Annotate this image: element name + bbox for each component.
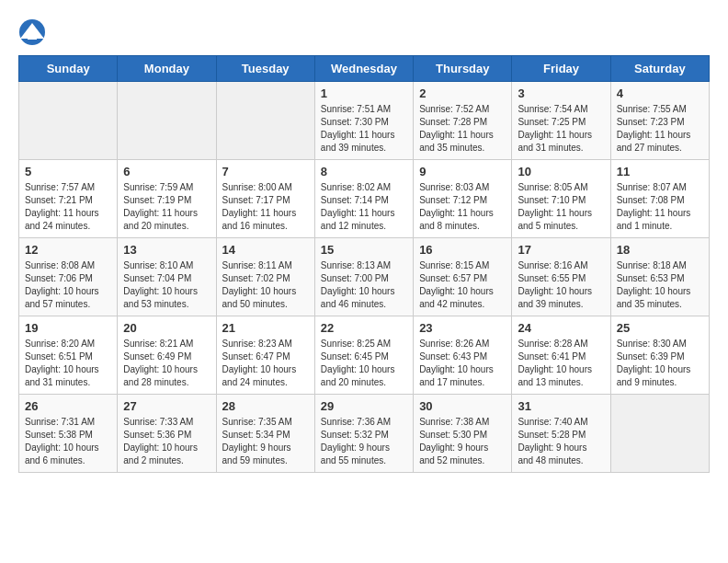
day-info: Sunrise: 7:51 AM Sunset: 7:30 PM Dayligh…: [321, 103, 407, 155]
day-number: 26: [25, 399, 111, 413]
day-info: Sunrise: 7:54 AM Sunset: 7:25 PM Dayligh…: [518, 103, 604, 155]
day-info: Sunrise: 8:26 AM Sunset: 6:43 PM Dayligh…: [419, 338, 506, 389]
day-info: Sunrise: 7:59 AM Sunset: 7:19 PM Dayligh…: [123, 181, 210, 233]
day-info: Sunrise: 8:21 AM Sunset: 6:49 PM Dayligh…: [123, 338, 210, 389]
calendar-cell: 12Sunrise: 8:08 AM Sunset: 7:06 PM Dayli…: [19, 238, 118, 316]
calendar-cell: 31Sunrise: 7:40 AM Sunset: 5:28 PM Dayli…: [512, 395, 610, 473]
calendar-cell: 28Sunrise: 7:35 AM Sunset: 5:34 PM Dayli…: [216, 395, 314, 473]
day-info: Sunrise: 8:23 AM Sunset: 6:47 PM Dayligh…: [222, 338, 309, 389]
calendar-cell: 9Sunrise: 8:03 AM Sunset: 7:12 PM Daylig…: [414, 160, 512, 238]
day-info: Sunrise: 8:20 AM Sunset: 6:51 PM Dayligh…: [25, 338, 111, 389]
day-info: Sunrise: 7:57 AM Sunset: 7:21 PM Dayligh…: [25, 181, 111, 233]
calendar-cell: [118, 82, 216, 160]
calendar-cell: 11Sunrise: 8:07 AM Sunset: 7:08 PM Dayli…: [610, 160, 709, 238]
day-number: 15: [321, 243, 407, 257]
day-number: 9: [419, 165, 506, 178]
calendar-header-wednesday: Wednesday: [314, 56, 413, 82]
logo-icon: [18, 18, 46, 46]
day-number: 21: [222, 321, 309, 335]
calendar-cell: 21Sunrise: 8:23 AM Sunset: 6:47 PM Dayli…: [216, 316, 314, 395]
page-header: [18, 18, 710, 46]
calendar-cell: 24Sunrise: 8:28 AM Sunset: 6:41 PM Dayli…: [512, 316, 610, 395]
calendar-cell: 25Sunrise: 8:30 AM Sunset: 6:39 PM Dayli…: [610, 316, 709, 395]
calendar-week-row: 12Sunrise: 8:08 AM Sunset: 7:06 PM Dayli…: [19, 238, 710, 316]
day-number: 16: [419, 243, 506, 257]
calendar-cell: 16Sunrise: 8:15 AM Sunset: 6:57 PM Dayli…: [414, 238, 512, 316]
calendar-header-friday: Friday: [512, 56, 610, 82]
calendar-cell: [19, 82, 118, 160]
day-number: 30: [419, 399, 506, 413]
calendar-cell: 10Sunrise: 8:05 AM Sunset: 7:10 PM Dayli…: [512, 160, 610, 238]
day-number: 13: [123, 243, 210, 257]
day-number: 17: [518, 243, 604, 257]
svg-rect-2: [28, 32, 37, 40]
day-info: Sunrise: 7:33 AM Sunset: 5:36 PM Dayligh…: [123, 416, 210, 467]
calendar-header-thursday: Thursday: [414, 56, 512, 82]
day-number: 14: [222, 243, 309, 257]
day-number: 11: [617, 165, 703, 178]
day-number: 4: [617, 86, 703, 100]
day-info: Sunrise: 7:35 AM Sunset: 5:34 PM Dayligh…: [222, 416, 309, 467]
day-info: Sunrise: 8:03 AM Sunset: 7:12 PM Dayligh…: [419, 181, 506, 233]
calendar-cell: 2Sunrise: 7:52 AM Sunset: 7:28 PM Daylig…: [414, 82, 512, 160]
day-info: Sunrise: 7:52 AM Sunset: 7:28 PM Dayligh…: [419, 103, 506, 155]
calendar-cell: 13Sunrise: 8:10 AM Sunset: 7:04 PM Dayli…: [118, 238, 216, 316]
calendar-cell: 1Sunrise: 7:51 AM Sunset: 7:30 PM Daylig…: [314, 82, 413, 160]
calendar-week-row: 19Sunrise: 8:20 AM Sunset: 6:51 PM Dayli…: [19, 316, 710, 395]
day-info: Sunrise: 8:18 AM Sunset: 6:53 PM Dayligh…: [617, 259, 703, 311]
day-info: Sunrise: 7:38 AM Sunset: 5:30 PM Dayligh…: [419, 416, 506, 467]
day-info: Sunrise: 8:28 AM Sunset: 6:41 PM Dayligh…: [518, 338, 604, 389]
calendar-cell: [610, 395, 709, 473]
day-number: 27: [123, 399, 210, 413]
day-info: Sunrise: 8:13 AM Sunset: 7:00 PM Dayligh…: [321, 259, 407, 311]
calendar-week-row: 5Sunrise: 7:57 AM Sunset: 7:21 PM Daylig…: [19, 160, 710, 238]
calendar-cell: 30Sunrise: 7:38 AM Sunset: 5:30 PM Dayli…: [414, 395, 512, 473]
calendar-cell: 8Sunrise: 8:02 AM Sunset: 7:14 PM Daylig…: [314, 160, 413, 238]
day-info: Sunrise: 7:55 AM Sunset: 7:23 PM Dayligh…: [617, 103, 703, 155]
day-info: Sunrise: 8:10 AM Sunset: 7:04 PM Dayligh…: [123, 259, 210, 311]
day-info: Sunrise: 8:16 AM Sunset: 6:55 PM Dayligh…: [518, 259, 604, 311]
calendar-cell: 19Sunrise: 8:20 AM Sunset: 6:51 PM Dayli…: [19, 316, 118, 395]
day-number: 20: [123, 321, 210, 335]
day-number: 19: [25, 321, 111, 335]
day-number: 23: [419, 321, 506, 335]
calendar-cell: 6Sunrise: 7:59 AM Sunset: 7:19 PM Daylig…: [118, 160, 216, 238]
day-info: Sunrise: 8:07 AM Sunset: 7:08 PM Dayligh…: [617, 181, 703, 233]
calendar-cell: 26Sunrise: 7:31 AM Sunset: 5:38 PM Dayli…: [19, 395, 118, 473]
day-number: 12: [25, 243, 111, 257]
day-info: Sunrise: 8:00 AM Sunset: 7:17 PM Dayligh…: [222, 181, 309, 233]
day-number: 22: [321, 321, 407, 335]
calendar-header-sunday: Sunday: [19, 56, 118, 82]
day-number: 24: [518, 321, 604, 335]
calendar-cell: 22Sunrise: 8:25 AM Sunset: 6:45 PM Dayli…: [314, 316, 413, 395]
calendar-header-tuesday: Tuesday: [216, 56, 314, 82]
calendar-cell: 18Sunrise: 8:18 AM Sunset: 6:53 PM Dayli…: [610, 238, 709, 316]
day-info: Sunrise: 7:31 AM Sunset: 5:38 PM Dayligh…: [25, 416, 111, 467]
day-number: 8: [321, 165, 407, 178]
calendar-header-monday: Monday: [118, 56, 216, 82]
day-info: Sunrise: 7:40 AM Sunset: 5:28 PM Dayligh…: [518, 416, 604, 467]
day-info: Sunrise: 8:05 AM Sunset: 7:10 PM Dayligh…: [518, 181, 604, 233]
calendar-cell: 7Sunrise: 8:00 AM Sunset: 7:17 PM Daylig…: [216, 160, 314, 238]
calendar-cell: 14Sunrise: 8:11 AM Sunset: 7:02 PM Dayli…: [216, 238, 314, 316]
day-number: 1: [321, 86, 407, 100]
day-number: 29: [321, 399, 407, 413]
calendar-cell: 20Sunrise: 8:21 AM Sunset: 6:49 PM Dayli…: [118, 316, 216, 395]
calendar-cell: 29Sunrise: 7:36 AM Sunset: 5:32 PM Dayli…: [314, 395, 413, 473]
calendar-cell: 23Sunrise: 8:26 AM Sunset: 6:43 PM Dayli…: [414, 316, 512, 395]
calendar-week-row: 26Sunrise: 7:31 AM Sunset: 5:38 PM Dayli…: [19, 395, 710, 473]
day-number: 31: [518, 399, 604, 413]
day-number: 28: [222, 399, 309, 413]
day-number: 6: [123, 165, 210, 178]
day-info: Sunrise: 8:08 AM Sunset: 7:06 PM Dayligh…: [25, 259, 111, 311]
calendar-header-saturday: Saturday: [610, 56, 709, 82]
calendar-table: SundayMondayTuesdayWednesdayThursdayFrid…: [18, 55, 710, 473]
day-info: Sunrise: 7:36 AM Sunset: 5:32 PM Dayligh…: [321, 416, 407, 467]
day-info: Sunrise: 8:30 AM Sunset: 6:39 PM Dayligh…: [617, 338, 703, 389]
day-number: 3: [518, 86, 604, 100]
day-number: 5: [25, 165, 111, 178]
calendar-week-row: 1Sunrise: 7:51 AM Sunset: 7:30 PM Daylig…: [19, 82, 710, 160]
calendar-cell: 17Sunrise: 8:16 AM Sunset: 6:55 PM Dayli…: [512, 238, 610, 316]
day-info: Sunrise: 8:15 AM Sunset: 6:57 PM Dayligh…: [419, 259, 506, 311]
day-number: 7: [222, 165, 309, 178]
